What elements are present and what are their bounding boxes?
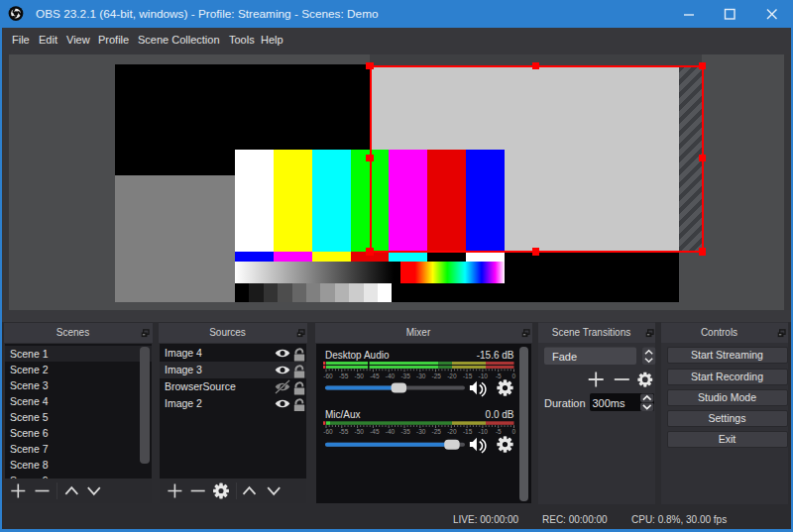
- svg-text:-60: -60: [323, 372, 333, 379]
- svg-text:-10: -10: [478, 428, 488, 435]
- svg-text:-35: -35: [400, 372, 410, 379]
- svg-text:-50: -50: [354, 372, 364, 379]
- svg-text:Mic/Aux: Mic/Aux: [325, 409, 361, 420]
- svg-text:0: 0: [512, 428, 516, 435]
- svg-text:Duration: Duration: [544, 397, 586, 409]
- svg-text:-15: -15: [463, 428, 473, 435]
- svg-text:-50: -50: [354, 428, 364, 435]
- svg-text:-10: -10: [478, 372, 488, 379]
- svg-text:-5: -5: [496, 372, 502, 379]
- svg-text:0: 0: [512, 372, 516, 379]
- svg-text:-30: -30: [416, 372, 426, 379]
- svg-text:-35: -35: [400, 428, 410, 435]
- svg-text:0.0 dB: 0.0 dB: [486, 409, 514, 420]
- svg-text:-45: -45: [370, 428, 380, 435]
- svg-text:-25: -25: [432, 428, 442, 435]
- svg-text:Fade: Fade: [552, 351, 577, 363]
- svg-text:-25: -25: [432, 372, 442, 379]
- svg-text:-15.6 dB: -15.6 dB: [477, 350, 514, 361]
- svg-text:-40: -40: [386, 428, 396, 435]
- svg-text:-55: -55: [339, 372, 349, 379]
- svg-text:Desktop Audio: Desktop Audio: [325, 350, 390, 361]
- svg-text:-40: -40: [386, 372, 396, 379]
- svg-text:-15: -15: [463, 372, 473, 379]
- svg-text:-20: -20: [447, 372, 457, 379]
- svg-text:300ms: 300ms: [592, 397, 625, 409]
- svg-text:-45: -45: [370, 372, 380, 379]
- svg-text:-5: -5: [496, 428, 502, 435]
- svg-text:-20: -20: [447, 428, 457, 435]
- svg-text:-55: -55: [339, 428, 349, 435]
- svg-text:-60: -60: [323, 428, 333, 435]
- svg-text:-30: -30: [416, 428, 426, 435]
